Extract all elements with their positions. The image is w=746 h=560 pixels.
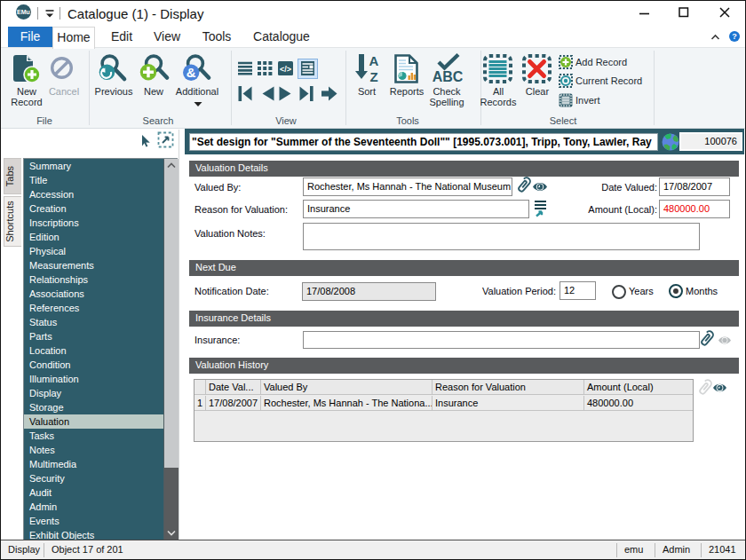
svg-text:</>: </> bbox=[280, 65, 291, 74]
svg-text:A: A bbox=[369, 54, 379, 68]
svg-text:Z: Z bbox=[369, 69, 377, 83]
svg-text:ABC: ABC bbox=[433, 69, 463, 84]
svg-text:Shortcuts: Shortcuts bbox=[5, 201, 15, 242]
svg-text:Tabs: Tabs bbox=[5, 165, 15, 186]
svg-text:&: & bbox=[186, 65, 196, 80]
